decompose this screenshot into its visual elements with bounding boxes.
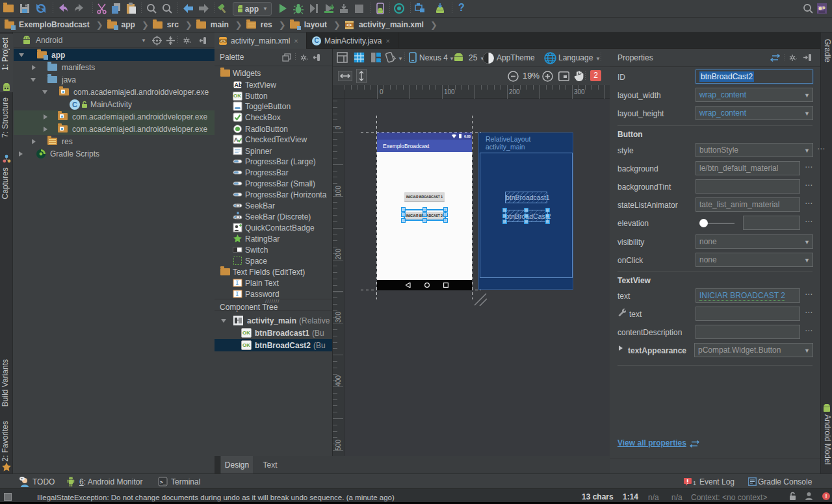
svg-text:<>: <> <box>346 23 352 27</box>
svg-text:=: = <box>21 477 23 481</box>
svg-text:>_: >_ <box>160 479 166 485</box>
svg-text:<>: <> <box>220 38 226 43</box>
svg-text:A: A <box>234 136 239 143</box>
svg-text:Ab: Ab <box>234 82 242 88</box>
